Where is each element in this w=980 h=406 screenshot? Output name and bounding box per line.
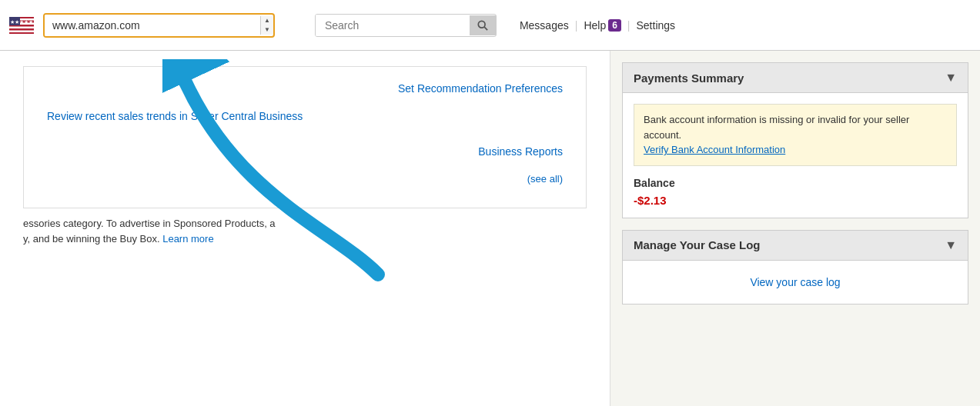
svg-rect-5 (9, 26, 34, 28)
left-panel-inner: Set Recommendation Preferences Review re… (23, 66, 587, 208)
payments-summary-title: Payments Summary (634, 72, 744, 85)
recommendation-link[interactable]: Set Recommendation Preferences (47, 82, 563, 95)
svg-rect-6 (9, 28, 34, 31)
balance-value: -$2.13 (634, 194, 957, 207)
case-log-toggle-icon[interactable]: ▼ (945, 238, 957, 252)
help-label: Help (584, 19, 606, 32)
search-container (315, 14, 497, 37)
learn-more-link[interactable]: Learn more (162, 233, 213, 245)
balance-label: Balance (634, 177, 957, 189)
svg-rect-7 (9, 30, 34, 32)
warning-box: Bank account information is missing or i… (634, 104, 957, 166)
case-log-box: Manage Your Case Log ▼ View your case lo… (622, 230, 968, 304)
search-input[interactable] (316, 15, 470, 36)
left-panel: Set Recommendation Preferences Review re… (0, 51, 610, 406)
help-badge: 6 (608, 19, 621, 32)
nav-links: Messages | Help 6 | Settings (513, 19, 681, 32)
url-stepper[interactable]: ▲ ▼ (260, 16, 273, 35)
business-reports-link[interactable]: Business Reports (47, 145, 563, 158)
url-bar-container: ▲ ▼ (43, 13, 275, 38)
url-stepper-down[interactable]: ▼ (264, 25, 270, 35)
url-input[interactable] (45, 15, 260, 36)
case-log-link[interactable]: View your case log (634, 271, 957, 293)
case-log-title: Manage Your Case Log (634, 238, 760, 251)
top-nav: ★★★★★★ ▲ ▼ Messages | Help 6 | Settings (0, 0, 980, 51)
payments-summary-box: Payments Summary ▼ Bank account informat… (622, 62, 968, 218)
verify-bank-link[interactable]: Verify Bank Account Information (644, 144, 785, 155)
search-button[interactable] (470, 15, 496, 35)
svg-line-12 (484, 27, 487, 30)
flag-icon: ★★★★★★ (9, 17, 34, 34)
case-log-content: View your case log (623, 261, 968, 304)
svg-text:★★★★★★: ★★★★★★ (10, 19, 34, 25)
url-stepper-up[interactable]: ▲ (264, 16, 270, 25)
payments-toggle-icon[interactable]: ▼ (945, 71, 957, 85)
svg-rect-8 (9, 32, 34, 34)
body-text: essories category. To advertise in Spons… (23, 216, 587, 246)
main-content: Set Recommendation Preferences Review re… (0, 51, 980, 406)
sales-trends-link[interactable]: Review recent sales trends in Seller Cen… (47, 110, 563, 122)
search-icon (477, 20, 488, 31)
warning-text: Bank account information is missing or i… (644, 114, 909, 141)
case-log-header: Manage Your Case Log ▼ (623, 231, 968, 261)
body-text-line1: essories category. To advertise in Spons… (23, 216, 587, 231)
payments-summary-content: Bank account information is missing or i… (623, 93, 968, 218)
body-text-span: y, and be winning the Buy Box. (23, 233, 160, 245)
settings-link[interactable]: Settings (630, 19, 682, 32)
svg-point-11 (478, 21, 485, 28)
help-link[interactable]: Help 6 (577, 19, 627, 32)
right-panel: Payments Summary ▼ Bank account informat… (610, 51, 980, 406)
messages-link[interactable]: Messages (513, 19, 575, 32)
see-all-link[interactable]: (see all) (47, 173, 563, 185)
body-text-line2: y, and be winning the Buy Box. Learn mor… (23, 231, 587, 247)
payments-summary-header: Payments Summary ▼ (623, 63, 968, 93)
